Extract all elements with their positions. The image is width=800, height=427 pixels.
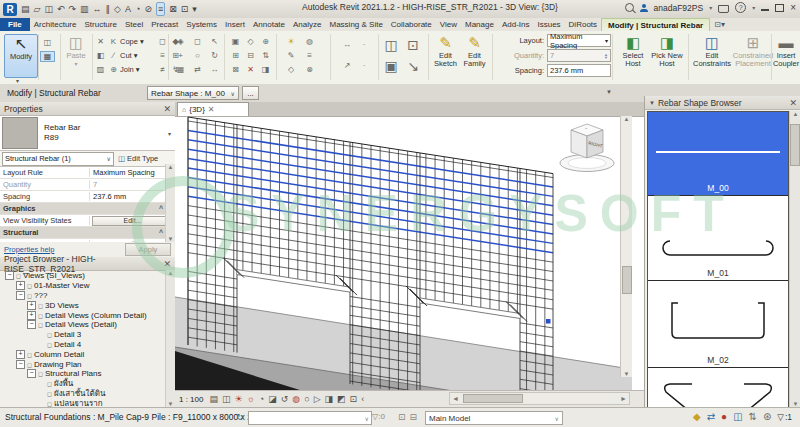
- username[interactable]: anadaF92PS: [654, 3, 704, 13]
- tab-systems[interactable]: Systems: [182, 18, 221, 31]
- help-icon[interactable]: ?: [735, 2, 746, 13]
- tree-expand-icon[interactable]: +: [27, 311, 36, 320]
- property-row-spacing[interactable]: Spacing237.6 mm: [0, 191, 175, 203]
- tree-item-detail-views-column-detail-[interactable]: +◻Detail Views (Column Detail): [0, 310, 175, 320]
- select-underlay-toggle-icon[interactable]: ⊟: [410, 412, 418, 422]
- display-settings-icon[interactable]: ≡: [302, 51, 317, 60]
- shape-card-m_01[interactable]: M_01: [648, 196, 788, 281]
- align-icon[interactable]: ◈: [172, 37, 189, 46]
- join-button[interactable]: Join ▾: [120, 65, 156, 74]
- aligned-dimension-icon[interactable]: ↗: [334, 61, 360, 70]
- tab-architecture[interactable]: Architecture: [30, 18, 81, 31]
- filter-icon[interactable]: ▽: [777, 412, 784, 422]
- tree-item-structural-plans[interactable]: −◻Structural Plans: [0, 369, 175, 379]
- restore-button[interactable]: [775, 4, 784, 12]
- trim-extend-icon[interactable]: ⊟: [243, 51, 258, 60]
- constrained-placement-button[interactable]: ⊞ Constrained Placement: [735, 34, 771, 80]
- tree-item-column-detail[interactable]: +◻Column Detail: [0, 349, 175, 359]
- cut-geometry-icon[interactable]: ∕: [107, 51, 120, 60]
- create-similar-icon[interactable]: ◨: [258, 65, 273, 74]
- cope-button[interactable]: Cope ▾: [120, 37, 156, 46]
- canvas-hscrollbar[interactable]: ◄►: [449, 392, 630, 405]
- tab-collaborate[interactable]: Collaborate: [387, 18, 436, 31]
- override-graphics-icon[interactable]: ✎: [280, 51, 302, 60]
- join-icon[interactable]: ⊕: [107, 65, 120, 74]
- create-parts-icon[interactable]: ▣: [380, 58, 402, 74]
- tree-item--[interactable]: −◻???: [0, 291, 175, 301]
- modify-selector-icon[interactable]: ⊡▾: [710, 18, 729, 31]
- copy-icon[interactable]: ○: [189, 51, 206, 60]
- tab-view[interactable]: View: [436, 18, 461, 31]
- spacing-input[interactable]: 237.6 mm: [547, 64, 611, 77]
- measure-between-icon[interactable]: ↔: [334, 40, 360, 49]
- 3d-model-view[interactable]: RIGHT⌄: [175, 116, 632, 391]
- shape-card-partial[interactable]: [648, 368, 788, 407]
- help-chevron-icon[interactable]: ▾: [752, 4, 755, 11]
- reveal-constraints-icon[interactable]: ◩: [337, 394, 346, 404]
- tab-steel[interactable]: Steel: [121, 18, 147, 31]
- crop-view-icon[interactable]: ◪: [268, 394, 277, 404]
- view-scale[interactable]: 1 : 100: [175, 395, 209, 404]
- text-icon[interactable]: A: [125, 3, 131, 15]
- store-icon[interactable]: [718, 5, 729, 13]
- tag-icon[interactable]: ◇: [114, 3, 121, 15]
- save-icon[interactable]: ◫: [44, 3, 53, 15]
- qat-customize-icon[interactable]: ▾: [192, 3, 197, 15]
- tree-item-01-master-view[interactable]: +◻01-Master View: [0, 281, 175, 291]
- shape-card-m_02[interactable]: M_02: [648, 281, 788, 368]
- cut-button[interactable]: Cut ▾: [120, 51, 156, 60]
- sun-path-icon[interactable]: ☀: [235, 394, 243, 404]
- search-icon[interactable]: [625, 3, 634, 12]
- modify-dropdown-icon[interactable]: ▾: [16, 77, 19, 84]
- render-icon[interactable]: ◔: [259, 394, 264, 404]
- modify-button[interactable]: ↖ Modify: [4, 34, 38, 78]
- tab-diroots[interactable]: DiRoots: [565, 18, 601, 31]
- edit-visibility-button[interactable]: Edit...: [92, 216, 173, 226]
- pick-icon[interactable]: ↖: [206, 37, 223, 46]
- tree-item-detail-3[interactable]: ◻Detail 3: [0, 330, 175, 340]
- array-icon[interactable]: ▦: [172, 65, 189, 74]
- tree-expand-icon[interactable]: −: [16, 291, 25, 300]
- pin-icon[interactable]: ◇: [243, 37, 258, 46]
- tab-analyze[interactable]: Analyze: [289, 18, 325, 31]
- tree-expand-icon[interactable]: +: [16, 350, 25, 359]
- tab-manage[interactable]: Manage: [461, 18, 498, 31]
- tree-expand-icon[interactable]: −: [16, 360, 25, 369]
- project-browser-close-icon[interactable]: ✕: [163, 259, 171, 269]
- detail-level-icon[interactable]: ▤: [209, 394, 218, 404]
- temporary-view-properties-icon[interactable]: ▷: [314, 394, 321, 404]
- shape-browser-scroll-thumb[interactable]: [790, 124, 800, 166]
- dimension-icon[interactable]: ∥: [106, 3, 111, 15]
- user-menu-chevron-icon[interactable]: ▾: [709, 4, 712, 11]
- tree-expand-icon[interactable]: +: [16, 281, 25, 290]
- insert-coupler-button[interactable]: ▬ Insert Coupler: [773, 34, 799, 80]
- select-host-button[interactable]: ◧ Select Host: [618, 34, 648, 80]
- hide-category-icon[interactable]: ⊗: [302, 65, 317, 74]
- measure-options-icon[interactable]: ·: [360, 40, 368, 49]
- section-icon[interactable]: ⊘: [144, 3, 152, 15]
- shape-browser-close-icon[interactable]: ✕: [789, 98, 797, 108]
- displaced-elements-icon[interactable]: ◨: [325, 394, 334, 404]
- rotate-icon[interactable]: ↻: [206, 51, 223, 60]
- edit-family-button[interactable]: ✎ Edit Family: [461, 34, 488, 80]
- tree-expand-icon[interactable]: −: [27, 369, 36, 378]
- light-bulb-icon[interactable]: ☀: [280, 37, 302, 46]
- trim-icon[interactable]: ↔: [206, 65, 223, 74]
- create-group-icon[interactable]: ◫: [380, 37, 402, 53]
- tree-item-drawing-plan[interactable]: −◻Drawing Plan: [0, 359, 175, 369]
- type-selector[interactable]: Rebar Bar R89 ▾: [0, 116, 175, 151]
- offset-icon[interactable]: ◻: [189, 37, 206, 46]
- create-assembly-icon[interactable]: ⊡: [402, 37, 424, 53]
- edit-sketch-button[interactable]: ✎ Edit Sketch: [432, 34, 459, 80]
- edit-constraints-button[interactable]: ◫ Edit Constraints: [692, 34, 732, 80]
- create-similar-big-icon[interactable]: ↘: [402, 58, 424, 74]
- pick-new-host-button[interactable]: ◨ Pick New Host: [650, 34, 684, 80]
- layout-select[interactable]: Maximum Spacing▾: [547, 34, 611, 47]
- paint-icon[interactable]: ▨: [94, 65, 107, 74]
- workset-display-icon[interactable]: ◫: [733, 411, 742, 422]
- tree-item-detail-views-detail-[interactable]: −◻Detail Views (Detail): [0, 320, 175, 330]
- mirror-icon[interactable]: ⇄: [189, 65, 206, 74]
- rebar-shape-more-button[interactable]: ...: [242, 86, 259, 100]
- tab-insert[interactable]: Insert: [221, 18, 249, 31]
- panel-chevron-icon[interactable]: ▼: [606, 89, 612, 95]
